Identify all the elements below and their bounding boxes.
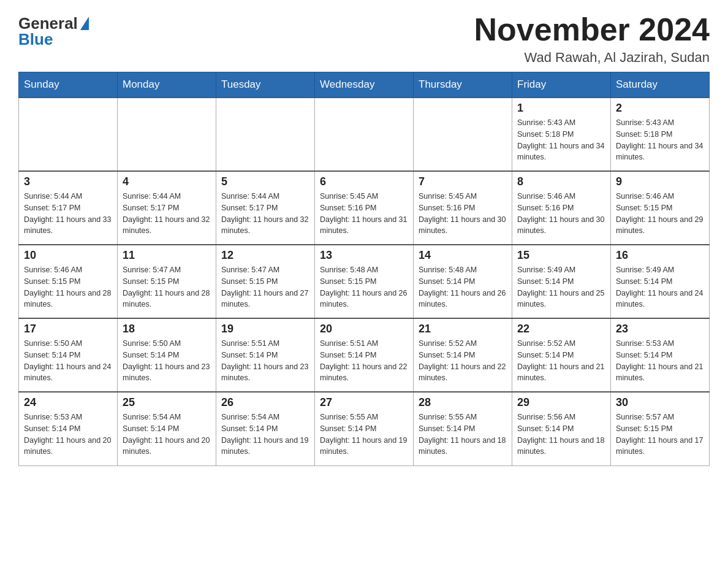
calendar-cell: 12Sunrise: 5:47 AM Sunset: 5:15 PM Dayli… [216,245,315,318]
calendar-week-row: 1Sunrise: 5:43 AM Sunset: 5:18 PM Daylig… [19,98,710,171]
day-info: Sunrise: 5:52 AM Sunset: 5:14 PM Dayligh… [517,338,605,384]
day-number: 13 [320,249,408,262]
calendar-cell: 2Sunrise: 5:43 AM Sunset: 5:18 PM Daylig… [611,98,710,171]
day-number: 11 [123,249,211,262]
calendar-cell [216,98,315,171]
calendar-cell: 22Sunrise: 5:52 AM Sunset: 5:14 PM Dayli… [512,318,611,392]
day-number: 28 [419,396,507,409]
column-header-monday: Monday [118,72,216,98]
day-info: Sunrise: 5:43 AM Sunset: 5:18 PM Dayligh… [616,117,704,163]
calendar-week-row: 3Sunrise: 5:44 AM Sunset: 5:17 PM Daylig… [19,171,710,245]
day-number: 14 [419,249,507,262]
day-info: Sunrise: 5:54 AM Sunset: 5:14 PM Dayligh… [123,412,211,458]
day-info: Sunrise: 5:50 AM Sunset: 5:14 PM Dayligh… [24,338,112,384]
day-number: 6 [320,175,408,188]
logo: General Blue [18,12,89,47]
column-header-tuesday: Tuesday [216,72,315,98]
calendar-week-row: 24Sunrise: 5:53 AM Sunset: 5:14 PM Dayli… [19,392,710,465]
column-header-wednesday: Wednesday [315,72,414,98]
day-info: Sunrise: 5:56 AM Sunset: 5:14 PM Dayligh… [517,412,605,458]
day-number: 22 [517,323,605,335]
calendar-cell: 6Sunrise: 5:45 AM Sunset: 5:16 PM Daylig… [315,171,414,245]
day-number: 2 [616,102,704,115]
calendar-cell: 13Sunrise: 5:48 AM Sunset: 5:15 PM Dayli… [315,245,414,318]
location-title: Wad Rawah, Al Jazirah, Sudan [474,50,710,66]
calendar-cell: 17Sunrise: 5:50 AM Sunset: 5:14 PM Dayli… [19,318,118,392]
calendar-week-row: 17Sunrise: 5:50 AM Sunset: 5:14 PM Dayli… [19,318,710,392]
day-info: Sunrise: 5:50 AM Sunset: 5:14 PM Dayligh… [123,338,211,384]
calendar-cell: 29Sunrise: 5:56 AM Sunset: 5:14 PM Dayli… [512,392,611,465]
calendar-cell: 28Sunrise: 5:55 AM Sunset: 5:14 PM Dayli… [414,392,512,465]
day-info: Sunrise: 5:48 AM Sunset: 5:15 PM Dayligh… [320,264,408,310]
calendar-cell: 5Sunrise: 5:44 AM Sunset: 5:17 PM Daylig… [216,171,315,245]
day-number: 23 [616,323,704,335]
day-info: Sunrise: 5:49 AM Sunset: 5:14 PM Dayligh… [517,264,605,310]
calendar-cell: 16Sunrise: 5:49 AM Sunset: 5:14 PM Dayli… [611,245,710,318]
calendar-cell: 30Sunrise: 5:57 AM Sunset: 5:15 PM Dayli… [611,392,710,465]
day-info: Sunrise: 5:45 AM Sunset: 5:16 PM Dayligh… [320,191,408,237]
day-number: 3 [24,175,112,188]
calendar-cell: 8Sunrise: 5:46 AM Sunset: 5:16 PM Daylig… [512,171,611,245]
calendar-cell [118,98,216,171]
day-number: 4 [123,175,211,188]
calendar-cell: 19Sunrise: 5:51 AM Sunset: 5:14 PM Dayli… [216,318,315,392]
calendar-table: SundayMondayTuesdayWednesdayThursdayFrid… [18,72,710,466]
column-header-sunday: Sunday [19,72,118,98]
calendar-cell: 15Sunrise: 5:49 AM Sunset: 5:14 PM Dayli… [512,245,611,318]
day-info: Sunrise: 5:55 AM Sunset: 5:14 PM Dayligh… [419,412,507,458]
day-info: Sunrise: 5:46 AM Sunset: 5:15 PM Dayligh… [24,264,112,310]
day-number: 24 [24,396,112,409]
day-number: 1 [517,102,605,115]
calendar-cell: 20Sunrise: 5:51 AM Sunset: 5:14 PM Dayli… [315,318,414,392]
calendar-cell: 10Sunrise: 5:46 AM Sunset: 5:15 PM Dayli… [19,245,118,318]
day-info: Sunrise: 5:46 AM Sunset: 5:15 PM Dayligh… [616,191,704,237]
day-info: Sunrise: 5:54 AM Sunset: 5:14 PM Dayligh… [221,412,309,458]
page-header: General Blue November 2024 Wad Rawah, Al… [18,12,710,66]
day-info: Sunrise: 5:53 AM Sunset: 5:14 PM Dayligh… [616,338,704,384]
day-number: 12 [221,249,309,262]
day-info: Sunrise: 5:53 AM Sunset: 5:14 PM Dayligh… [24,412,112,458]
day-info: Sunrise: 5:46 AM Sunset: 5:16 PM Dayligh… [517,191,605,237]
day-info: Sunrise: 5:43 AM Sunset: 5:18 PM Dayligh… [517,117,605,163]
calendar-cell: 24Sunrise: 5:53 AM Sunset: 5:14 PM Dayli… [19,392,118,465]
title-section: November 2024 Wad Rawah, Al Jazirah, Sud… [474,12,710,66]
day-number: 16 [616,249,704,262]
calendar-cell: 14Sunrise: 5:48 AM Sunset: 5:14 PM Dayli… [414,245,512,318]
day-info: Sunrise: 5:49 AM Sunset: 5:14 PM Dayligh… [616,264,704,310]
day-info: Sunrise: 5:51 AM Sunset: 5:14 PM Dayligh… [320,338,408,384]
day-number: 15 [517,249,605,262]
day-info: Sunrise: 5:51 AM Sunset: 5:14 PM Dayligh… [221,338,309,384]
calendar-cell: 4Sunrise: 5:44 AM Sunset: 5:17 PM Daylig… [118,171,216,245]
calendar-header-row: SundayMondayTuesdayWednesdayThursdayFrid… [19,72,710,98]
day-number: 17 [24,323,112,335]
day-number: 27 [320,396,408,409]
calendar-cell: 21Sunrise: 5:52 AM Sunset: 5:14 PM Dayli… [414,318,512,392]
column-header-friday: Friday [512,72,611,98]
day-number: 9 [616,175,704,188]
day-info: Sunrise: 5:44 AM Sunset: 5:17 PM Dayligh… [221,191,309,237]
day-number: 25 [123,396,211,409]
calendar-cell: 26Sunrise: 5:54 AM Sunset: 5:14 PM Dayli… [216,392,315,465]
day-info: Sunrise: 5:52 AM Sunset: 5:14 PM Dayligh… [419,338,507,384]
calendar-cell: 11Sunrise: 5:47 AM Sunset: 5:15 PM Dayli… [118,245,216,318]
day-info: Sunrise: 5:44 AM Sunset: 5:17 PM Dayligh… [24,191,112,237]
calendar-week-row: 10Sunrise: 5:46 AM Sunset: 5:15 PM Dayli… [19,245,710,318]
calendar-cell [19,98,118,171]
day-info: Sunrise: 5:47 AM Sunset: 5:15 PM Dayligh… [123,264,211,310]
column-header-thursday: Thursday [414,72,512,98]
calendar-cell [414,98,512,171]
day-info: Sunrise: 5:48 AM Sunset: 5:14 PM Dayligh… [419,264,507,310]
day-number: 29 [517,396,605,409]
calendar-cell: 18Sunrise: 5:50 AM Sunset: 5:14 PM Dayli… [118,318,216,392]
day-number: 10 [24,249,112,262]
day-info: Sunrise: 5:57 AM Sunset: 5:15 PM Dayligh… [616,412,704,458]
calendar-cell: 23Sunrise: 5:53 AM Sunset: 5:14 PM Dayli… [611,318,710,392]
day-info: Sunrise: 5:55 AM Sunset: 5:14 PM Dayligh… [320,412,408,458]
day-number: 21 [419,323,507,335]
day-info: Sunrise: 5:44 AM Sunset: 5:17 PM Dayligh… [123,191,211,237]
calendar-cell [315,98,414,171]
calendar-cell: 1Sunrise: 5:43 AM Sunset: 5:18 PM Daylig… [512,98,611,171]
day-info: Sunrise: 5:45 AM Sunset: 5:16 PM Dayligh… [419,191,507,237]
calendar-cell: 25Sunrise: 5:54 AM Sunset: 5:14 PM Dayli… [118,392,216,465]
calendar-cell: 27Sunrise: 5:55 AM Sunset: 5:14 PM Dayli… [315,392,414,465]
